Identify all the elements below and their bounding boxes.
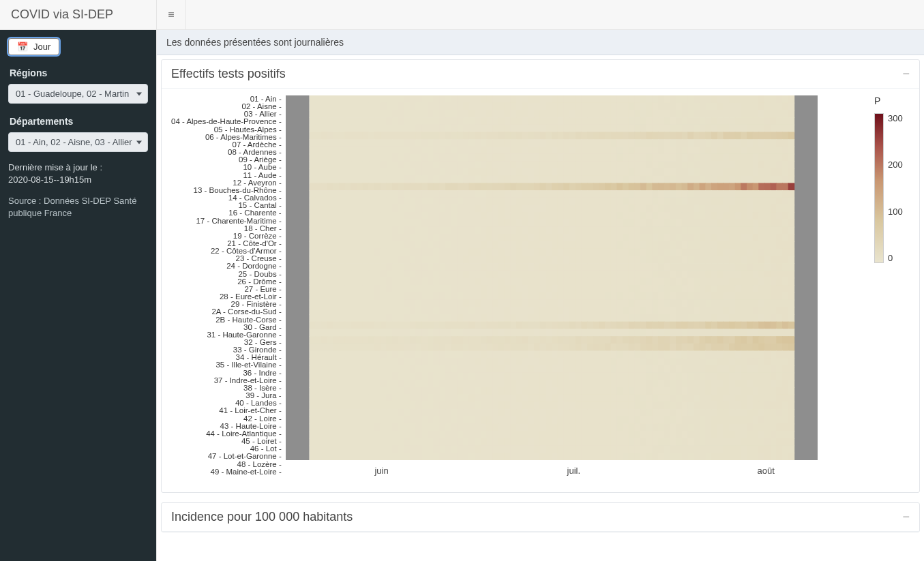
collapse-icon[interactable]: − xyxy=(902,67,910,81)
collapse-icon[interactable]: − xyxy=(902,510,910,524)
svg-rect-1113 xyxy=(575,190,582,198)
svg-rect-790 xyxy=(605,161,612,169)
svg-rect-551 xyxy=(646,139,653,147)
svg-rect-3254 xyxy=(628,380,635,388)
svg-rect-3929 xyxy=(741,438,747,446)
svg-rect-3371 xyxy=(351,395,357,403)
svg-rect-3495 xyxy=(599,401,606,410)
svg-rect-1332 xyxy=(415,212,422,220)
svg-rect-1819 xyxy=(386,256,393,264)
svg-rect-2397 xyxy=(410,307,417,315)
svg-rect-3677 xyxy=(705,416,712,425)
svg-rect-2749 xyxy=(552,336,558,344)
svg-rect-2610 xyxy=(699,322,706,330)
svg-rect-3939 xyxy=(315,446,322,454)
svg-rect-373 xyxy=(563,125,570,133)
svg-rect-1208 xyxy=(652,198,659,206)
svg-rect-141 xyxy=(646,103,653,111)
svg-rect-3805 xyxy=(492,431,499,439)
svg-rect-3751 xyxy=(658,424,665,432)
heatmap-grid[interactable]: juinjuil.août xyxy=(286,95,862,476)
svg-rect-2455 xyxy=(752,307,759,315)
svg-rect-2004 xyxy=(510,271,517,279)
svg-rect-1602 xyxy=(557,234,564,242)
svg-rect-1732 xyxy=(357,249,363,257)
svg-rect-1745 xyxy=(433,249,440,257)
svg-rect-2697 xyxy=(729,329,736,337)
svg-rect-3008 xyxy=(628,358,635,366)
svg-rect-2338 xyxy=(546,300,552,308)
svg-rect-174 xyxy=(357,110,363,118)
svg-rect-2155 xyxy=(433,285,440,293)
svg-rect-668 xyxy=(368,154,375,162)
svg-rect-1291 xyxy=(658,205,665,213)
svg-rect-377 xyxy=(587,125,594,133)
svg-rect-858 xyxy=(522,168,528,177)
svg-rect-1260 xyxy=(475,205,481,213)
svg-rect-441 xyxy=(481,132,488,140)
svg-rect-3530 xyxy=(321,409,328,417)
svg-rect-2428 xyxy=(593,307,599,315)
hamburger-icon[interactable]: ≡ xyxy=(156,0,186,30)
svg-rect-1470 xyxy=(747,219,754,228)
svg-rect-1711 xyxy=(717,241,724,249)
svg-rect-73 xyxy=(729,95,736,104)
panel-incidence: Incidence pour 100 000 habitants − xyxy=(161,502,920,532)
svg-rect-3695 xyxy=(327,424,333,432)
svg-rect-3796 xyxy=(439,431,446,439)
svg-rect-1764 xyxy=(546,249,552,257)
svg-rect-2064 xyxy=(380,278,387,286)
svg-rect-3203 xyxy=(327,380,333,388)
svg-rect-2449 xyxy=(717,307,724,315)
departements-select[interactable]: 01 - Ain, 02 - Aisne, 03 - Allier xyxy=(8,132,148,152)
svg-rect-3065 xyxy=(481,365,488,374)
jour-button[interactable]: 📅 Jour xyxy=(8,38,59,55)
regions-select[interactable]: 01 - Guadeloupe, 02 - Martin xyxy=(8,84,148,104)
svg-rect-2057 xyxy=(339,278,346,286)
svg-rect-1033 xyxy=(587,183,594,191)
svg-rect-372 xyxy=(557,125,564,133)
svg-rect-2641 xyxy=(398,329,404,337)
svg-rect-1463 xyxy=(705,219,712,228)
svg-rect-2362 xyxy=(687,300,694,308)
svg-rect-2644 xyxy=(415,329,422,337)
svg-rect-602 xyxy=(463,147,470,155)
svg-rect-850 xyxy=(475,168,481,177)
svg-rect-2168 xyxy=(510,285,517,293)
svg-rect-155 xyxy=(729,103,736,111)
svg-rect-3472 xyxy=(463,401,470,410)
svg-rect-1166 xyxy=(404,198,411,206)
svg-rect-655 xyxy=(776,147,783,155)
svg-rect-2718 xyxy=(368,336,375,344)
svg-rect-1762 xyxy=(534,249,541,257)
svg-rect-3099 xyxy=(681,365,688,374)
svg-rect-3197 xyxy=(776,373,783,381)
svg-rect-1409 xyxy=(386,219,393,228)
svg-rect-38 xyxy=(522,95,528,104)
svg-rect-3264 xyxy=(687,380,694,388)
svg-rect-56 xyxy=(628,95,635,104)
svg-rect-3268 xyxy=(711,380,718,388)
svg-rect-1701 xyxy=(658,241,665,249)
svg-rect-1865 xyxy=(658,256,665,264)
svg-rect-605 xyxy=(481,147,488,155)
svg-rect-2216 xyxy=(309,292,316,301)
svg-rect-2132 xyxy=(782,278,789,286)
svg-rect-3528 xyxy=(309,409,316,417)
svg-rect-3761 xyxy=(717,424,724,432)
svg-rect-410 xyxy=(782,125,789,133)
svg-rect-940 xyxy=(522,176,528,184)
svg-rect-2191 xyxy=(646,285,653,293)
svg-rect-1609 xyxy=(599,234,606,242)
svg-rect-1855 xyxy=(599,256,606,264)
svg-rect-2076 xyxy=(451,278,458,286)
svg-rect-3383 xyxy=(421,395,428,403)
svg-rect-564 xyxy=(723,139,730,147)
svg-rect-3800 xyxy=(463,431,470,439)
svg-rect-1325 xyxy=(374,212,381,220)
svg-rect-814 xyxy=(747,161,754,169)
svg-rect-2249 xyxy=(504,292,511,301)
svg-rect-2642 xyxy=(404,329,411,337)
svg-rect-2410 xyxy=(486,307,493,315)
svg-rect-556 xyxy=(676,139,683,147)
